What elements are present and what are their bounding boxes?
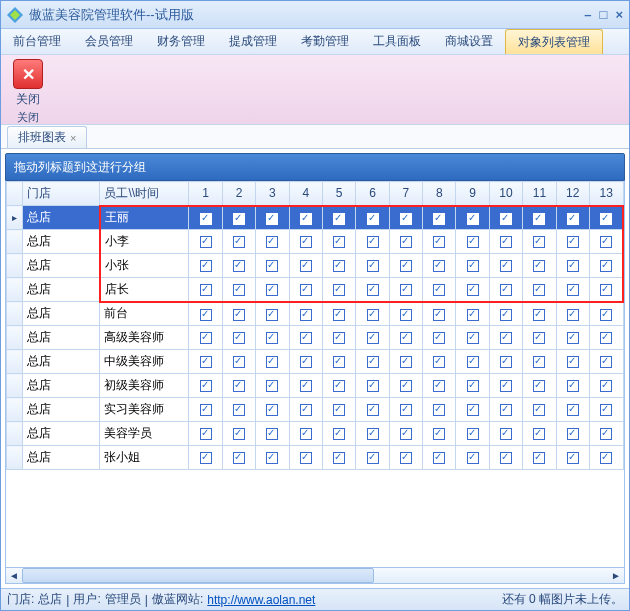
- cell-employee[interactable]: 小李: [100, 230, 189, 254]
- col-time[interactable]: 8: [423, 182, 456, 206]
- maximize-button[interactable]: □: [600, 7, 608, 22]
- cell-check[interactable]: [356, 326, 389, 350]
- checkbox-icon[interactable]: [533, 309, 545, 321]
- checkbox-icon[interactable]: [300, 428, 312, 440]
- checkbox-icon[interactable]: [467, 309, 479, 321]
- checkbox-icon[interactable]: [367, 356, 379, 368]
- checkbox-icon[interactable]: [333, 284, 345, 296]
- table-row[interactable]: 总店前台: [7, 302, 624, 326]
- checkbox-icon[interactable]: [333, 332, 345, 344]
- cell-check[interactable]: [289, 278, 322, 302]
- cell-check[interactable]: [456, 326, 489, 350]
- checkbox-icon[interactable]: [367, 236, 379, 248]
- scroll-left-icon[interactable]: ◄: [6, 570, 22, 581]
- cell-check[interactable]: [289, 350, 322, 374]
- checkbox-icon[interactable]: [567, 260, 579, 272]
- cell-check[interactable]: [489, 446, 522, 470]
- cell-employee[interactable]: 张小姐: [100, 446, 189, 470]
- cell-check[interactable]: [322, 398, 355, 422]
- checkbox-icon[interactable]: [567, 332, 579, 344]
- checkbox-icon[interactable]: [400, 284, 412, 296]
- cell-employee[interactable]: 王丽: [100, 206, 189, 230]
- cell-check[interactable]: [389, 230, 422, 254]
- checkbox-icon[interactable]: [333, 236, 345, 248]
- table-row[interactable]: 总店小张: [7, 254, 624, 278]
- checkbox-icon[interactable]: [367, 404, 379, 416]
- cell-check[interactable]: [556, 254, 589, 278]
- cell-check[interactable]: [589, 374, 623, 398]
- menu-item[interactable]: 会员管理: [73, 29, 145, 54]
- cell-check[interactable]: [423, 446, 456, 470]
- checkbox-icon[interactable]: [300, 260, 312, 272]
- checkbox-icon[interactable]: [433, 404, 445, 416]
- checkbox-icon[interactable]: [233, 452, 245, 464]
- cell-check[interactable]: [456, 254, 489, 278]
- cell-check[interactable]: [589, 206, 623, 230]
- cell-check[interactable]: [256, 422, 289, 446]
- cell-check[interactable]: [423, 206, 456, 230]
- cell-check[interactable]: [489, 278, 522, 302]
- checkbox-icon[interactable]: [367, 428, 379, 440]
- cell-check[interactable]: [489, 374, 522, 398]
- cell-check[interactable]: [523, 446, 556, 470]
- checkbox-icon[interactable]: [500, 428, 512, 440]
- close-window-button[interactable]: ×: [615, 7, 623, 22]
- cell-check[interactable]: [289, 374, 322, 398]
- cell-check[interactable]: [556, 230, 589, 254]
- cell-check[interactable]: [389, 254, 422, 278]
- cell-check[interactable]: [556, 326, 589, 350]
- cell-employee[interactable]: 实习美容师: [100, 398, 189, 422]
- checkbox-icon[interactable]: [467, 428, 479, 440]
- checkbox-icon[interactable]: [433, 380, 445, 392]
- cell-check[interactable]: [222, 422, 255, 446]
- col-time[interactable]: 10: [489, 182, 522, 206]
- checkbox-icon[interactable]: [433, 309, 445, 321]
- col-time[interactable]: 6: [356, 182, 389, 206]
- cell-check[interactable]: [489, 230, 522, 254]
- col-time[interactable]: 11: [523, 182, 556, 206]
- cell-check[interactable]: [222, 398, 255, 422]
- cell-check[interactable]: [322, 374, 355, 398]
- cell-check[interactable]: [389, 278, 422, 302]
- cell-store[interactable]: 总店: [22, 398, 100, 422]
- checkbox-icon[interactable]: [400, 404, 412, 416]
- cell-check[interactable]: [222, 350, 255, 374]
- checkbox-icon[interactable]: [467, 332, 479, 344]
- checkbox-icon[interactable]: [500, 309, 512, 321]
- cell-check[interactable]: [489, 398, 522, 422]
- cell-check[interactable]: [322, 326, 355, 350]
- checkbox-icon[interactable]: [500, 284, 512, 296]
- cell-check[interactable]: [189, 254, 222, 278]
- checkbox-icon[interactable]: [200, 404, 212, 416]
- checkbox-icon[interactable]: [233, 428, 245, 440]
- checkbox-icon[interactable]: [400, 428, 412, 440]
- cell-check[interactable]: [256, 254, 289, 278]
- checkbox-icon[interactable]: [567, 404, 579, 416]
- col-store[interactable]: 门店: [22, 182, 100, 206]
- cell-check[interactable]: [256, 302, 289, 326]
- checkbox-icon[interactable]: [567, 284, 579, 296]
- checkbox-icon[interactable]: [266, 260, 278, 272]
- checkbox-icon[interactable]: [266, 309, 278, 321]
- checkbox-icon[interactable]: [433, 284, 445, 296]
- cell-check[interactable]: [289, 398, 322, 422]
- checkbox-icon[interactable]: [266, 452, 278, 464]
- cell-employee[interactable]: 中级美容师: [100, 350, 189, 374]
- minimize-button[interactable]: –: [584, 7, 591, 22]
- cell-check[interactable]: [389, 446, 422, 470]
- cell-check[interactable]: [322, 302, 355, 326]
- table-row[interactable]: 总店小李: [7, 230, 624, 254]
- checkbox-icon[interactable]: [467, 213, 479, 225]
- checkbox-icon[interactable]: [300, 236, 312, 248]
- cell-check[interactable]: [523, 278, 556, 302]
- checkbox-icon[interactable]: [600, 332, 612, 344]
- cell-check[interactable]: [222, 446, 255, 470]
- checkbox-icon[interactable]: [500, 236, 512, 248]
- checkbox-icon[interactable]: [233, 284, 245, 296]
- cell-check[interactable]: [589, 422, 623, 446]
- checkbox-icon[interactable]: [300, 380, 312, 392]
- col-time[interactable]: 12: [556, 182, 589, 206]
- checkbox-icon[interactable]: [333, 260, 345, 272]
- checkbox-icon[interactable]: [467, 284, 479, 296]
- checkbox-icon[interactable]: [233, 236, 245, 248]
